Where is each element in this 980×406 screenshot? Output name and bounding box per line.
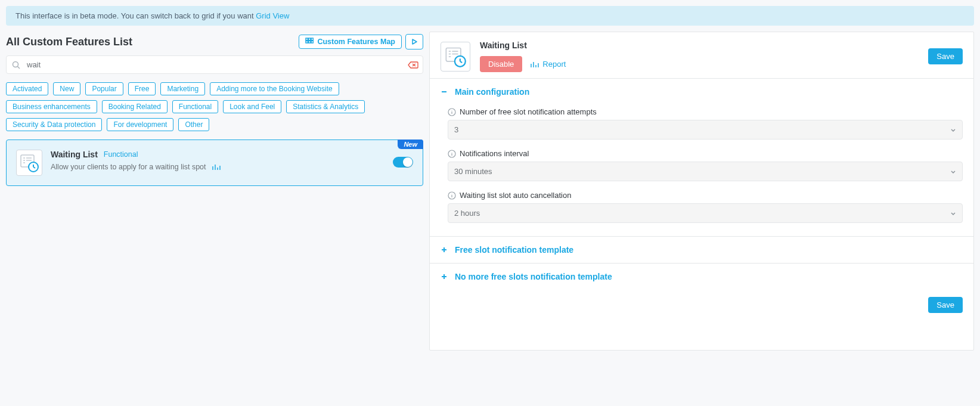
svg-rect-3 xyxy=(306,41,308,44)
section-header-free-slot[interactable]: Free slot notification template xyxy=(430,237,973,263)
panel-feature-icon xyxy=(441,42,470,72)
svg-marker-6 xyxy=(413,39,417,44)
section-header-main[interactable]: Main configuration xyxy=(430,79,973,105)
feature-description: Allow your clients to apply for a waitin… xyxy=(51,163,206,171)
section-main-config: Main configuration Number of free slot n… xyxy=(430,78,973,236)
chip-functional[interactable]: Functional xyxy=(172,100,218,113)
chip-free[interactable]: Free xyxy=(128,82,156,95)
search-input[interactable] xyxy=(6,55,423,74)
filter-chips: Activated New Popular Free Marketing Add… xyxy=(6,82,423,131)
map-link-label: Custom Features Map xyxy=(317,38,395,46)
clear-search-icon[interactable] xyxy=(408,61,418,69)
report-icon xyxy=(531,61,539,68)
chip-marketing[interactable]: Marketing xyxy=(160,82,205,95)
page-title: All Custom Features List xyxy=(6,36,132,48)
report-link[interactable]: Report xyxy=(531,60,566,69)
svg-rect-1 xyxy=(309,38,311,41)
chip-security[interactable]: Security & Data protection xyxy=(6,118,102,131)
grid-view-link[interactable]: Grid View xyxy=(256,11,289,20)
label-cancellation: Waiting list slot auto cancellation xyxy=(460,191,571,200)
svg-rect-2 xyxy=(311,38,314,41)
grid-icon xyxy=(305,38,314,46)
search-icon xyxy=(12,61,20,69)
info-icon[interactable] xyxy=(448,108,456,116)
info-icon[interactable] xyxy=(448,150,456,158)
panel-title: Waiting List xyxy=(480,41,919,50)
chip-booking-related[interactable]: Booking Related xyxy=(102,100,168,113)
beta-banner-text: This interface is in beta mode. You can … xyxy=(15,11,256,20)
info-icon[interactable] xyxy=(448,191,456,200)
svg-rect-4 xyxy=(309,41,311,44)
chip-new[interactable]: New xyxy=(53,82,80,95)
expand-icon xyxy=(441,246,448,253)
waiting-list-icon xyxy=(16,150,42,176)
report-label: Report xyxy=(542,60,566,69)
chip-look-feel[interactable]: Look and Feel xyxy=(223,100,281,113)
section-title-free-slot: Free slot notification template xyxy=(455,245,573,255)
collapse-icon xyxy=(441,88,448,95)
feature-toggle[interactable] xyxy=(393,157,413,168)
label-interval: Notifications interval xyxy=(460,149,529,158)
select-attempts[interactable] xyxy=(448,120,963,140)
feature-title: Waiting List xyxy=(51,150,98,159)
feature-report-icon[interactable] xyxy=(212,163,221,171)
section-title-no-more: No more free slots notification template xyxy=(455,272,612,281)
section-title-main: Main configuration xyxy=(455,87,529,97)
svg-point-30 xyxy=(455,55,466,66)
svg-rect-5 xyxy=(311,41,314,44)
chip-popular[interactable]: Popular xyxy=(85,82,123,95)
save-button-top[interactable]: Save xyxy=(928,48,963,64)
svg-rect-0 xyxy=(306,38,308,41)
custom-features-map-link[interactable]: Custom Features Map xyxy=(299,35,402,49)
disable-button[interactable]: Disable xyxy=(480,56,522,72)
label-attempts: Number of free slot notification attempt… xyxy=(460,107,597,116)
chip-other[interactable]: Other xyxy=(178,118,209,131)
svg-line-8 xyxy=(18,66,20,69)
section-no-more: No more free slots notification template xyxy=(430,263,973,290)
save-button-bottom[interactable]: Save xyxy=(928,297,963,313)
search-wrap xyxy=(6,55,423,74)
settings-panel: Waiting List Disable Report xyxy=(429,32,974,351)
chip-business[interactable]: Business enhancements xyxy=(6,100,97,113)
section-header-no-more[interactable]: No more free slots notification template xyxy=(430,264,973,290)
chip-activated[interactable]: Activated xyxy=(6,82,48,95)
svg-point-7 xyxy=(13,61,18,67)
chip-booking-website[interactable]: Adding more to the Booking Website xyxy=(210,82,339,95)
play-tour-button[interactable] xyxy=(405,34,423,49)
chip-development[interactable]: For development xyxy=(107,118,173,131)
select-cancellation[interactable] xyxy=(448,203,963,223)
play-icon xyxy=(411,38,418,45)
expand-icon xyxy=(441,273,448,280)
section-free-slot: Free slot notification template xyxy=(430,236,973,263)
feature-tag[interactable]: Functional xyxy=(104,150,138,159)
beta-banner: This interface is in beta mode. You can … xyxy=(6,6,974,26)
feature-card-waiting-list[interactable]: New Waiting xyxy=(6,140,423,186)
select-interval[interactable] xyxy=(448,162,963,181)
chip-stats[interactable]: Statistics & Analytics xyxy=(286,100,365,113)
new-badge: New xyxy=(398,140,423,149)
